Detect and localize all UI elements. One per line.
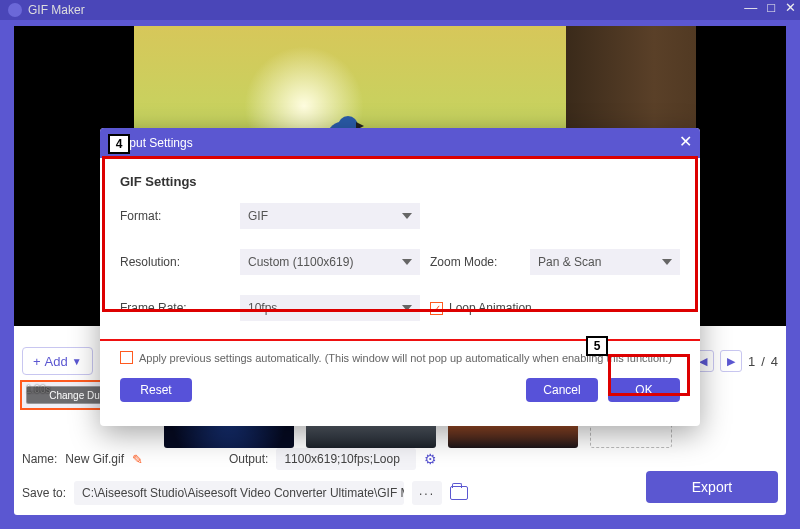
pager-current: 1 <box>748 354 755 369</box>
loop-animation-label: Loop Animation <box>449 301 532 315</box>
zoom-mode-value: Pan & Scan <box>538 255 601 269</box>
annotation-5: 5 <box>586 336 608 356</box>
frame-rate-select[interactable]: 10fps <box>240 295 420 321</box>
saveto-label: Save to: <box>22 486 66 500</box>
chevron-down-icon <box>402 259 412 265</box>
resolution-select[interactable]: Custom (1100x619) <box>240 249 420 275</box>
format-label: Format: <box>120 209 230 223</box>
chevron-down-icon <box>402 305 412 311</box>
saveto-path: C:\Aiseesoft Studio\Aiseesoft Video Conv… <box>74 481 404 505</box>
dialog-close-icon[interactable]: ✕ <box>679 132 692 151</box>
close-icon[interactable]: ✕ <box>785 0 796 15</box>
dialog-header: Output Settings ✕ <box>100 128 700 158</box>
gif-settings-heading: GIF Settings <box>120 174 680 189</box>
format-value: GIF <box>248 209 268 223</box>
name-value: New Gif.gif <box>65 452 124 466</box>
plus-icon: + <box>33 354 41 369</box>
chevron-down-icon <box>662 259 672 265</box>
cancel-button[interactable]: Cancel <box>526 378 598 402</box>
apply-previous-checkbox[interactable] <box>120 351 133 364</box>
resolution-value: Custom (1100x619) <box>248 255 353 269</box>
pager-total: 4 <box>771 354 778 369</box>
zoom-mode-select[interactable]: Pan & Scan <box>530 249 680 275</box>
maximize-icon[interactable]: □ <box>767 0 775 15</box>
add-button[interactable]: + Add ▼ <box>22 347 93 375</box>
output-settings-dialog: Output Settings ✕ GIF Settings Format: G… <box>100 128 700 426</box>
ok-button[interactable]: OK <box>608 378 680 402</box>
chevron-down-icon: ▼ <box>72 356 82 367</box>
add-button-label: Add <box>45 354 68 369</box>
settings-gear-icon[interactable]: ⚙ <box>424 451 437 467</box>
app-title: GIF Maker <box>28 3 85 17</box>
format-select[interactable]: GIF <box>240 203 420 229</box>
frame-rate-label: Frame Rate: <box>120 301 230 315</box>
frame-rate-value: 10fps <box>248 301 277 315</box>
annotation-4: 4 <box>108 134 130 154</box>
pager-sep: / <box>761 354 765 369</box>
browse-button[interactable]: ... <box>412 481 442 505</box>
chevron-down-icon <box>402 213 412 219</box>
resolution-label: Resolution: <box>120 255 230 269</box>
minimize-icon[interactable]: — <box>744 0 757 15</box>
main-window: GIF Maker — □ ✕ + Add ▼ ◀ ▶ 1 / 4 <box>0 0 800 529</box>
open-folder-icon[interactable] <box>450 486 468 500</box>
zoom-mode-label: Zoom Mode: <box>430 255 520 269</box>
loop-animation-checkbox[interactable]: ✓ <box>430 302 443 315</box>
footer: Name: New Gif.gif ✎ Output: 1100x619;10f… <box>22 445 778 509</box>
export-button[interactable]: Export <box>646 471 778 503</box>
titlebar: GIF Maker — □ ✕ <box>0 0 800 20</box>
name-label: Name: <box>22 452 57 466</box>
reset-button[interactable]: Reset <box>120 378 192 402</box>
pager-next[interactable]: ▶ <box>720 350 742 372</box>
output-value: 1100x619;10fps;Loop <box>276 448 416 470</box>
edit-name-icon[interactable]: ✎ <box>132 452 143 467</box>
app-logo-icon <box>8 3 22 17</box>
output-label: Output: <box>229 452 268 466</box>
